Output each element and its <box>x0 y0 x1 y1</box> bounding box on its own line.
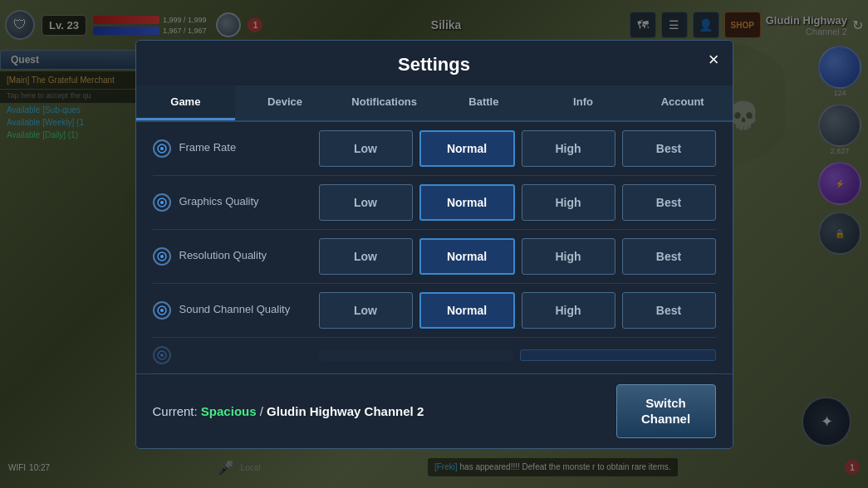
spacious-label: Spacious <box>201 404 257 418</box>
resolution-options: Low Normal High Best <box>319 238 716 275</box>
graphics-normal[interactable]: Normal <box>419 184 515 221</box>
frame-rate-options: Low Normal High Best <box>319 130 716 167</box>
resolution-normal[interactable]: Normal <box>419 238 515 275</box>
tab-game[interactable]: Game <box>136 85 236 120</box>
sound-low[interactable]: Low <box>319 292 413 329</box>
sound-channel-label: Sound Channel Quality <box>179 303 291 317</box>
tab-info[interactable]: Info <box>533 85 633 120</box>
frame-rate-low[interactable]: Low <box>319 130 413 167</box>
svg-point-5 <box>160 255 164 258</box>
resolution-label: Resolution Quality <box>179 249 267 263</box>
sound-normal[interactable]: Normal <box>419 292 515 329</box>
sound-channel-icon <box>153 301 171 320</box>
modal-body: Frame Rate Low Normal High Best Graphics… <box>136 122 733 373</box>
extra-row-partial <box>153 338 716 373</box>
frame-rate-row: Frame Rate Low Normal High Best <box>153 122 716 176</box>
graphics-label-area: Graphics Quality <box>153 193 319 212</box>
resolution-high[interactable]: High <box>522 238 615 275</box>
separator: / <box>260 404 267 418</box>
tab-notifications[interactable]: Notifications <box>335 85 434 120</box>
current-channel-info: Current: Spacious / Gludin Highway Chann… <box>153 404 424 418</box>
resolution-best[interactable]: Best <box>622 238 716 275</box>
svg-point-7 <box>160 309 164 312</box>
frame-rate-best[interactable]: Best <box>622 130 716 167</box>
graphics-high[interactable]: High <box>522 184 615 221</box>
sound-best[interactable]: Best <box>622 292 716 329</box>
switch-channel-button[interactable]: SwitchChannel <box>616 384 716 438</box>
modal-footer: Current: Spacious / Gludin Highway Chann… <box>136 373 733 448</box>
resolution-quality-row: Resolution Quality Low Normal High Best <box>153 230 716 284</box>
sound-channel-options: Low Normal High Best <box>319 292 716 329</box>
current-label: Current: <box>153 404 198 418</box>
channel-name: Gludin Highway Channel 2 <box>267 404 424 418</box>
tab-battle[interactable]: Battle <box>434 85 534 120</box>
tabs-row: Game Device Notifications Battle Info Ac… <box>136 85 733 122</box>
svg-point-3 <box>160 201 164 204</box>
svg-point-9 <box>160 354 164 357</box>
frame-rate-label: Frame Rate <box>179 141 237 155</box>
modal-header: Settings × <box>136 41 733 76</box>
modal-overlay: Settings × Game Device Notifications Bat… <box>0 0 868 488</box>
extra-options <box>319 349 716 361</box>
graphics-label: Graphics Quality <box>179 195 259 209</box>
frame-rate-icon <box>153 139 171 158</box>
close-button[interactable]: × <box>709 51 719 69</box>
svg-point-1 <box>160 147 164 150</box>
frame-rate-high[interactable]: High <box>522 130 615 167</box>
sound-high[interactable]: High <box>522 292 615 329</box>
tab-device[interactable]: Device <box>235 85 335 120</box>
resolution-low[interactable]: Low <box>319 238 413 275</box>
sound-channel-row: Sound Channel Quality Low Normal High Be… <box>153 284 716 338</box>
graphics-low[interactable]: Low <box>319 184 413 221</box>
modal-title: Settings <box>156 54 713 76</box>
tab-account[interactable]: Account <box>633 85 733 120</box>
resolution-label-area: Resolution Quality <box>153 247 319 266</box>
resolution-icon <box>153 247 171 266</box>
graphics-best[interactable]: Best <box>622 184 716 221</box>
frame-rate-normal[interactable]: Normal <box>419 130 515 167</box>
sound-channel-label-area: Sound Channel Quality <box>153 301 319 320</box>
extra-label-area <box>153 346 319 364</box>
graphics-icon <box>153 193 171 212</box>
frame-rate-label-area: Frame Rate <box>153 139 319 158</box>
extra-icon <box>153 346 171 364</box>
settings-modal: Settings × Game Device Notifications Bat… <box>135 40 733 449</box>
graphics-quality-row: Graphics Quality Low Normal High Best <box>153 176 716 230</box>
graphics-options: Low Normal High Best <box>319 184 716 221</box>
